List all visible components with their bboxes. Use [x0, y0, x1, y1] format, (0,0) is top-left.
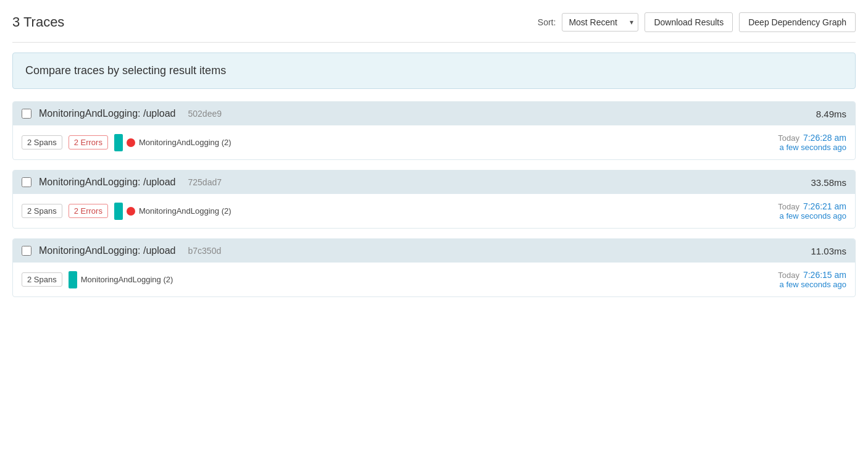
trace-duration: 8.49ms — [816, 109, 846, 119]
service-color-block — [114, 134, 123, 151]
spans-badge: 2 Spans — [22, 135, 62, 149]
time-ago-row: a few seconds ago — [778, 143, 846, 152]
trace-body: 2 Spans 2 Errors MonitoringAndLogging (2… — [13, 194, 855, 228]
trace-today-label: Today — [778, 271, 799, 280]
trace-left: 2 Spans 2 Errors MonitoringAndLogging (2… — [22, 203, 232, 220]
trace-time: 7:26:21 am — [803, 201, 846, 211]
trace-left: 2 Spans MonitoringAndLogging (2) — [22, 271, 173, 288]
service-bar: MonitoringAndLogging (2) — [114, 203, 232, 220]
service-label: MonitoringAndLogging (2) — [139, 138, 232, 147]
trace-time-ago: a few seconds ago — [780, 280, 846, 289]
trace-header: MonitoringAndLogging: /upload b7c350d 11… — [13, 239, 855, 263]
trace-right: Today 7:26:15 am a few seconds ago — [778, 270, 846, 289]
error-badge: 2 Errors — [69, 135, 108, 149]
service-color-block — [114, 203, 123, 220]
trace-list: MonitoringAndLogging: /upload 502dee9 8.… — [12, 101, 856, 297]
compare-banner-text: Compare traces by selecting result items — [25, 64, 226, 77]
header-actions: Sort: Most Recent Longest First Shortest… — [538, 12, 856, 32]
trace-right: Today 7:26:28 am a few seconds ago — [778, 133, 846, 152]
trace-body: 2 Spans MonitoringAndLogging (2) Today 7… — [13, 263, 855, 296]
error-icon — [127, 207, 135, 216]
trace-name: MonitoringAndLogging: /upload — [39, 245, 176, 256]
service-color-block — [69, 271, 77, 288]
time-row: Today 7:26:21 am — [778, 201, 846, 211]
trace-checkbox[interactable] — [22, 246, 31, 256]
trace-header: MonitoringAndLogging: /upload 502dee9 8.… — [13, 102, 855, 125]
trace-card: MonitoringAndLogging: /upload b7c350d 11… — [12, 238, 856, 297]
trace-card: MonitoringAndLogging: /upload 502dee9 8.… — [12, 101, 856, 160]
trace-time: 7:26:28 am — [803, 133, 846, 143]
service-label: MonitoringAndLogging (2) — [81, 275, 173, 284]
trace-today-label: Today — [778, 202, 799, 211]
sort-wrapper: Most Recent Longest First Shortest First — [562, 13, 638, 32]
trace-name: MonitoringAndLogging: /upload — [39, 177, 176, 188]
spans-badge: 2 Spans — [22, 272, 62, 287]
trace-time-ago: a few seconds ago — [780, 143, 846, 152]
page-header: 3 Traces Sort: Most Recent Longest First… — [12, 12, 856, 43]
trace-today-label: Today — [778, 133, 799, 143]
time-ago-row: a few seconds ago — [778, 280, 846, 289]
time-ago-row: a few seconds ago — [778, 211, 846, 221]
sort-dropdown[interactable]: Most Recent Longest First Shortest First — [562, 13, 638, 32]
service-bar: MonitoringAndLogging (2) — [69, 271, 173, 288]
trace-header: MonitoringAndLogging: /upload 725dad7 33… — [13, 170, 855, 194]
trace-left: 2 Spans 2 Errors MonitoringAndLogging (2… — [22, 134, 232, 151]
deep-dependency-button[interactable]: Deep Dependency Graph — [739, 12, 856, 32]
sort-label: Sort: — [538, 17, 556, 27]
trace-duration: 33.58ms — [811, 177, 846, 188]
service-bar: MonitoringAndLogging (2) — [114, 134, 232, 151]
service-label: MonitoringAndLogging (2) — [139, 206, 232, 216]
error-badge: 2 Errors — [69, 204, 108, 218]
download-results-button[interactable]: Download Results — [645, 12, 733, 32]
error-icon — [127, 138, 135, 147]
trace-right: Today 7:26:21 am a few seconds ago — [778, 201, 846, 221]
trace-duration: 11.03ms — [811, 246, 846, 256]
trace-checkbox[interactable] — [22, 109, 31, 119]
trace-checkbox[interactable] — [22, 177, 31, 187]
trace-id: 725dad7 — [188, 177, 222, 187]
time-row: Today 7:26:28 am — [778, 133, 846, 143]
trace-id: 502dee9 — [188, 109, 222, 119]
trace-time: 7:26:15 am — [803, 270, 846, 280]
trace-time-ago: a few seconds ago — [780, 211, 846, 221]
trace-id: b7c350d — [188, 246, 222, 256]
page-title: 3 Traces — [12, 14, 64, 30]
trace-body: 2 Spans 2 Errors MonitoringAndLogging (2… — [13, 125, 855, 159]
spans-badge: 2 Spans — [22, 204, 62, 218]
compare-banner: Compare traces by selecting result items — [12, 53, 856, 89]
trace-card: MonitoringAndLogging: /upload 725dad7 33… — [12, 170, 856, 229]
time-row: Today 7:26:15 am — [778, 270, 846, 280]
trace-name: MonitoringAndLogging: /upload — [39, 108, 176, 119]
